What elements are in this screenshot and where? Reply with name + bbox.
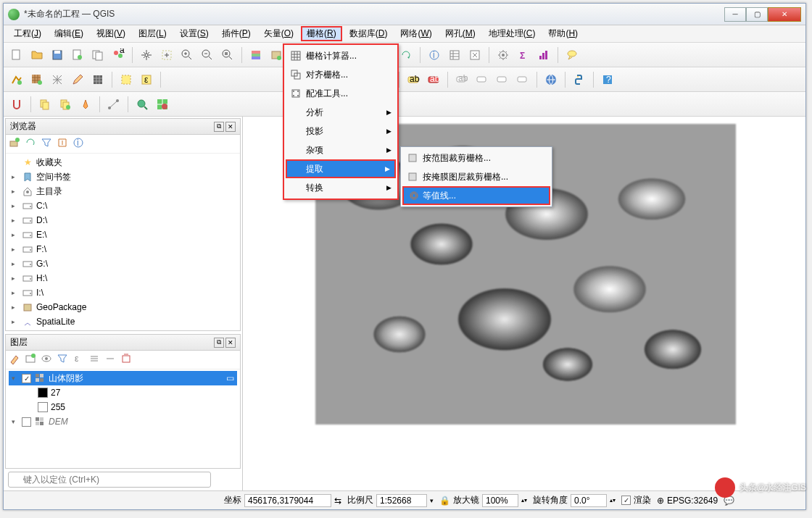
- menu-视图[interactable]: 视图(V): [91, 26, 131, 41]
- open-project-icon[interactable]: [28, 46, 46, 64]
- zoom-out-icon[interactable]: [199, 46, 216, 64]
- zoom-native-icon[interactable]: [219, 46, 236, 64]
- theme-icon[interactable]: [77, 96, 94, 113]
- browser-item-收藏夹[interactable]: ★收藏夹: [9, 155, 237, 170]
- zoom-in-icon[interactable]: [178, 46, 196, 64]
- visibility-icon[interactable]: [41, 353, 52, 367]
- extract-menu-按掩膜图层裁剪栅格...[interactable]: 按掩膜图层裁剪栅格...: [402, 167, 550, 186]
- coord-input[interactable]: [244, 494, 331, 507]
- layout-manager-icon[interactable]: [89, 46, 107, 64]
- menu-地理处理[interactable]: 地理处理(C): [483, 26, 542, 41]
- paste-style-icon[interactable]: [57, 96, 74, 113]
- browser-item-主目录[interactable]: ▸主目录: [9, 184, 237, 199]
- layer-item-255[interactable]: 255: [9, 400, 237, 414]
- globe-icon[interactable]: [542, 71, 560, 88]
- layer-checkbox[interactable]: ✓: [22, 374, 31, 383]
- pan-icon[interactable]: [138, 46, 155, 64]
- label-move-icon[interactable]: ab: [453, 71, 471, 88]
- layer-item-山体阴影[interactable]: ▾✓山体阴影▭: [9, 371, 237, 385]
- tips-icon[interactable]: [563, 46, 581, 64]
- add-vector-icon[interactable]: [8, 71, 25, 88]
- mag-input[interactable]: [482, 494, 518, 507]
- raster-menu-转换[interactable]: 转换▶: [286, 178, 396, 197]
- menu-编辑[interactable]: 编辑(E): [49, 26, 89, 41]
- attributes-icon[interactable]: [446, 46, 463, 64]
- sigma-icon[interactable]: Σ: [515, 46, 532, 64]
- raster-menu-提取[interactable]: 提取▶: [286, 159, 396, 178]
- add-layer-icon[interactable]: [9, 137, 20, 151]
- locator-input[interactable]: [8, 472, 211, 488]
- edit-pencil-icon[interactable]: [69, 71, 86, 88]
- raster-menu-杂项[interactable]: 杂项▶: [286, 141, 396, 159]
- properties-icon[interactable]: i: [72, 137, 84, 151]
- collapse-icon[interactable]: [57, 137, 68, 151]
- maximize-button[interactable]: ▢: [746, 7, 768, 22]
- raster-menu-配准工具...[interactable]: 配准工具...: [286, 84, 396, 103]
- refresh-icon[interactable]: [397, 46, 415, 64]
- minimize-button[interactable]: ─: [724, 7, 746, 22]
- browser-item-H:\[interactable]: ▸H:\: [9, 271, 237, 285]
- menu-网孔[interactable]: 网孔(M): [439, 26, 481, 41]
- filter-icon[interactable]: [41, 137, 52, 151]
- expression-filter-icon[interactable]: ε: [72, 353, 84, 367]
- raster-menu-对齐栅格...[interactable]: 对齐栅格...: [286, 65, 396, 84]
- scale-input[interactable]: [376, 494, 427, 507]
- lock-icon[interactable]: 🔒: [439, 496, 450, 506]
- panel-undock-icon[interactable]: ⧉: [214, 122, 224, 132]
- menu-帮助[interactable]: 帮助(H): [542, 26, 584, 41]
- style-manager-icon[interactable]: a: [109, 46, 127, 64]
- panel-close-icon[interactable]: ✕: [225, 338, 236, 348]
- menu-工程[interactable]: 工程(J): [8, 26, 47, 41]
- browser-item-GeoPackage[interactable]: ▸GeoPackage: [9, 300, 237, 314]
- processing-icon[interactable]: [494, 46, 512, 64]
- browser-item-F:\[interactable]: ▸F:\: [9, 242, 237, 256]
- python-icon[interactable]: [571, 71, 588, 88]
- browser-item-E:\[interactable]: ▸E:\: [9, 227, 237, 242]
- label-props-icon[interactable]: [514, 71, 531, 88]
- menu-图层[interactable]: 图层(L): [133, 26, 173, 41]
- menu-插件[interactable]: 插件(P): [216, 26, 257, 41]
- coord-toggle-icon[interactable]: ⇆: [334, 496, 341, 506]
- new-layout-icon[interactable]: [69, 46, 86, 64]
- pan-selection-icon[interactable]: [158, 46, 175, 64]
- panel-undock-icon[interactable]: ⧉: [214, 338, 224, 348]
- menu-数据库[interactable]: 数据库(D): [344, 26, 394, 41]
- epsg-label[interactable]: EPSG:32649: [667, 496, 718, 506]
- render-check[interactable]: ✓: [621, 496, 631, 505]
- collapse-all-icon[interactable]: [104, 353, 116, 367]
- add-raster-icon[interactable]: [28, 71, 46, 88]
- help-icon[interactable]: ?: [599, 71, 616, 88]
- select-rect-icon[interactable]: [117, 71, 135, 88]
- filter-layers-icon[interactable]: [57, 353, 68, 367]
- browser-item-SpatiaLite[interactable]: ▸SpatiaLite: [9, 314, 237, 329]
- expand-all-icon[interactable]: [88, 353, 100, 367]
- log-icon[interactable]: 💬: [724, 496, 734, 506]
- browser-item-空间书签[interactable]: ▸空间书签: [9, 170, 237, 184]
- style-paste-icon[interactable]: [9, 353, 20, 367]
- layer-item-27[interactable]: 27: [9, 385, 237, 400]
- menu-矢量[interactable]: 矢量(O): [258, 26, 299, 41]
- layer-checkbox[interactable]: [22, 417, 31, 427]
- add-mesh-icon[interactable]: [49, 71, 66, 88]
- segment-icon[interactable]: [105, 96, 123, 113]
- field-calc-icon[interactable]: [466, 46, 484, 64]
- quickosm-icon[interactable]: [154, 96, 171, 113]
- snapping-icon[interactable]: [8, 96, 25, 113]
- menu-网络[interactable]: 网络(W): [394, 26, 437, 41]
- refresh-browser-icon[interactable]: [25, 137, 36, 151]
- menu-栅格[interactable]: 栅格(R): [301, 26, 342, 41]
- crs-icon[interactable]: ⊕: [657, 496, 664, 506]
- select-expr-icon[interactable]: ε: [138, 71, 155, 88]
- identify-icon[interactable]: i: [426, 46, 443, 64]
- browser-item-C:\[interactable]: ▸C:\: [9, 199, 237, 213]
- mesh-icon[interactable]: [89, 71, 107, 88]
- browser-item-G:\[interactable]: ▸G:\: [9, 256, 237, 271]
- label-rotate-icon[interactable]: [473, 71, 491, 88]
- remove-layer-icon[interactable]: [120, 353, 132, 367]
- raster-menu-投影[interactable]: 投影▶: [286, 122, 396, 141]
- rot-input[interactable]: [571, 494, 607, 507]
- extract-menu-按范围裁剪栅格...[interactable]: 按范围裁剪栅格...: [402, 149, 550, 167]
- statistics-icon[interactable]: [535, 46, 552, 64]
- extract-menu-等值线...[interactable]: 等值线...: [402, 186, 550, 205]
- copy-style-icon[interactable]: [36, 96, 54, 113]
